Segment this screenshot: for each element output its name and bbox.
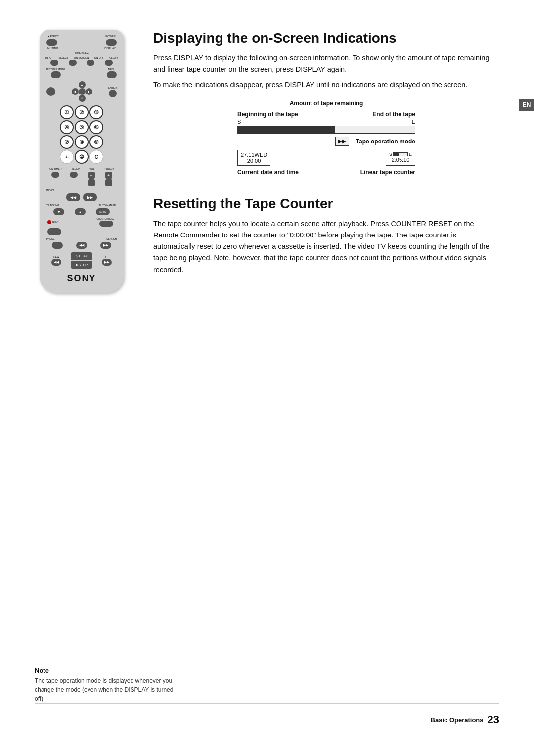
tape-bar — [237, 126, 415, 134]
auto-manual-button[interactable]: AUTO — [96, 208, 110, 215]
section1-para1: Press DISPLAY to display the following o… — [153, 52, 499, 75]
counter-reset-button[interactable] — [99, 221, 113, 227]
index-left[interactable]: ◀◀ — [66, 193, 80, 201]
progr-minus[interactable]: − — [105, 179, 112, 186]
content-area: EN Displaying the on-Screen Indications … — [153, 30, 499, 642]
search-back[interactable]: ◀◀ — [76, 242, 87, 249]
rew-label: REW — [53, 255, 59, 258]
display-diagram: Amount of tape remaining Beginning of th… — [153, 98, 499, 176]
section2-body: The tape counter helps you to locate a c… — [153, 218, 499, 276]
note-title: Note — [35, 667, 499, 674]
search-fwd[interactable]: ▶▶ — [100, 242, 111, 249]
rec-area: REC — [47, 220, 59, 224]
section2-para: The tape counter helps you to locate a c… — [153, 218, 499, 276]
num-3[interactable]: ③ — [89, 105, 103, 119]
num-4[interactable]: ④ — [60, 120, 74, 134]
ff-icon: ▶▶ — [335, 137, 349, 146]
label-end: End of the tape — [372, 111, 415, 118]
display-label: DISPLAY — [104, 47, 116, 50]
stop-button[interactable]: ■ STOP — [71, 261, 92, 269]
section1-title: Displaying the on-Screen Indications — [153, 30, 499, 47]
sleep-label: SLEEP — [72, 167, 80, 170]
eject-button[interactable] — [46, 39, 57, 46]
section2-title: Resetting the Tape Counter — [153, 195, 499, 212]
num-9[interactable]: ⑨ — [89, 135, 103, 149]
num-5[interactable]: ⑤ — [75, 120, 89, 134]
num-dash[interactable]: -/- — [60, 150, 74, 164]
date-time-box: 27.11WED 20:00 — [237, 150, 270, 166]
dpad-center[interactable] — [79, 88, 86, 95]
en-badge: EN — [519, 99, 534, 111]
num-6[interactable]: ⑥ — [89, 120, 103, 134]
ff-button[interactable]: ▶▶ — [102, 259, 112, 266]
on-timer-button[interactable] — [51, 172, 59, 178]
time-label: 20:00 — [241, 158, 267, 164]
input-button[interactable] — [50, 60, 58, 66]
tracking-up[interactable]: ▲ — [75, 208, 86, 215]
rew-button[interactable]: ◀◀ — [51, 259, 61, 266]
progr-label: PROGR — [104, 167, 113, 170]
counter-box: S E 2:05:10 — [386, 150, 415, 166]
tracking-label: TRACKING — [46, 204, 59, 207]
num-0[interactable]: ⑩ — [75, 150, 89, 164]
counter-value: 2:05:10 — [392, 157, 410, 163]
vol-plus[interactable]: + — [88, 172, 95, 179]
section1-body: Press DISPLAY to display the following o… — [153, 52, 499, 91]
pause-label: PAUSE — [46, 237, 55, 240]
dpad-right[interactable]: ▶ — [86, 88, 92, 95]
remote-top-labels: ▲EJECT POWER — [44, 35, 119, 38]
label-beginning: Beginning of the tape — [237, 111, 298, 118]
progr-plus[interactable]: + — [105, 172, 112, 179]
on-screen-button[interactable] — [69, 60, 77, 66]
num-7[interactable]: ⑦ — [60, 135, 74, 149]
enter-label: ENTER — [108, 86, 117, 89]
remote-control: ▲EJECT POWER MUTING DISPLAY TIMER REC — [40, 30, 124, 293]
num-2[interactable]: ② — [75, 105, 89, 119]
rec-dot — [47, 220, 51, 224]
linear-counter-label: Linear tape counter — [360, 169, 415, 176]
on-off-button[interactable] — [87, 60, 94, 66]
tracking-down[interactable]: ▼ — [53, 208, 64, 215]
counter-reset-label: COUNTER RESET — [96, 218, 116, 220]
date-label: 27.11WED — [241, 152, 267, 158]
select-label: SELECT — [59, 56, 68, 59]
tape-operation-label: Tape operation mode — [356, 138, 415, 145]
menu-label: MENU — [108, 68, 116, 71]
menu-button[interactable] — [107, 71, 117, 78]
clear-button[interactable] — [105, 60, 113, 66]
play-label: ▷ PLAY — [76, 254, 88, 258]
dpad-left[interactable]: ◀ — [72, 88, 79, 95]
index-label: INDEX — [46, 189, 54, 192]
back-button[interactable]: ← — [46, 87, 55, 96]
section1-para2: To make the indications disappear, press… — [153, 79, 499, 91]
rec-button[interactable] — [47, 228, 61, 235]
on-off-label: ON·OFF — [94, 56, 104, 59]
num-c[interactable]: C — [89, 150, 103, 164]
sony-logo: SONY — [67, 273, 96, 284]
footer-section-label: Basic Operations — [431, 716, 484, 724]
timer-rec-label: TIMER REC — [75, 51, 89, 54]
index-right[interactable]: ▶▶ — [83, 193, 97, 201]
footer-page-number: 23 — [488, 713, 499, 726]
sleep-button[interactable] — [70, 172, 78, 178]
power-button[interactable] — [106, 39, 117, 46]
dpad-down[interactable]: ▼ — [79, 95, 86, 102]
section-display-indications: Displaying the on-Screen Indications Pre… — [153, 30, 499, 184]
picture-mode-button[interactable] — [51, 71, 61, 78]
on-timer-label: ON TIMER — [49, 167, 61, 170]
section-tape-counter: Resetting the Tape Counter The tape coun… — [153, 195, 499, 280]
ff-label: FF — [105, 255, 108, 258]
auto-manual-label: AUTO MANUAL — [99, 204, 117, 207]
search-label: SEARCH — [106, 237, 117, 240]
dpad-up[interactable]: ▲ — [79, 81, 86, 88]
current-datetime-label: Current date and time — [237, 169, 299, 176]
num-8[interactable]: ⑧ — [75, 135, 89, 149]
eject-label: ▲EJECT — [47, 35, 59, 38]
enter-button[interactable] — [109, 90, 117, 97]
num-1[interactable]: ① — [60, 105, 74, 119]
stop-label: ■ STOP — [75, 263, 88, 267]
play-button[interactable]: ▷ PLAY — [71, 252, 92, 260]
pause-button[interactable]: ⏸ — [52, 242, 63, 249]
main-content: ▲EJECT POWER MUTING DISPLAY TIMER REC — [35, 30, 499, 642]
vol-minus[interactable]: − — [88, 179, 95, 186]
